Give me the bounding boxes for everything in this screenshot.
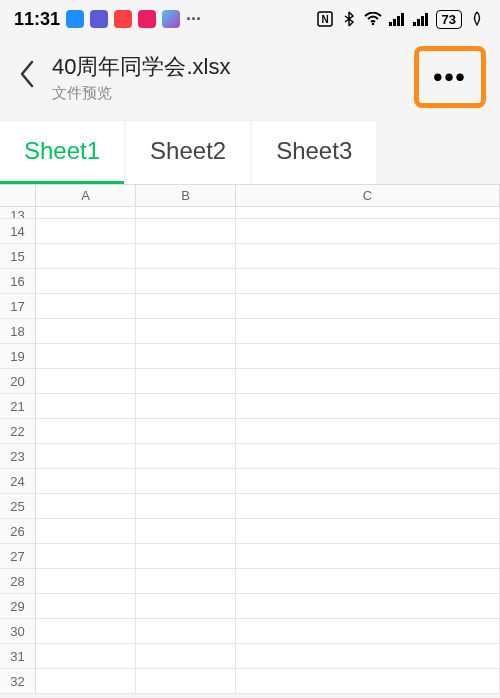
corner-cell[interactable] <box>0 185 36 206</box>
row-header[interactable]: 31 <box>0 644 36 668</box>
cell[interactable] <box>236 594 500 618</box>
spreadsheet[interactable]: A B C 1314151617181920212223242526272829… <box>0 185 500 694</box>
cell[interactable] <box>36 319 136 343</box>
signal-icon-1 <box>388 10 406 28</box>
status-left: 11:31 ··· <box>14 9 201 30</box>
cell[interactable] <box>236 444 500 468</box>
cell[interactable] <box>236 244 500 268</box>
cell[interactable] <box>36 669 136 693</box>
cell[interactable] <box>236 219 500 243</box>
cell[interactable] <box>36 369 136 393</box>
row-header[interactable]: 29 <box>0 594 36 618</box>
cell[interactable] <box>236 344 500 368</box>
row-header[interactable]: 21 <box>0 394 36 418</box>
cell[interactable] <box>36 469 136 493</box>
file-subtitle: 文件预览 <box>52 84 402 103</box>
svg-rect-8 <box>417 19 420 26</box>
cell[interactable] <box>236 619 500 643</box>
row-header[interactable]: 26 <box>0 519 36 543</box>
more-options-button[interactable]: ••• <box>414 46 486 108</box>
cell[interactable] <box>136 594 236 618</box>
row-header[interactable]: 28 <box>0 569 36 593</box>
cell[interactable] <box>36 207 136 218</box>
row-header[interactable]: 16 <box>0 269 36 293</box>
row-header[interactable]: 30 <box>0 619 36 643</box>
cell[interactable] <box>136 294 236 318</box>
cell[interactable] <box>136 219 236 243</box>
cell[interactable] <box>136 444 236 468</box>
cell[interactable] <box>36 444 136 468</box>
cell[interactable] <box>136 207 236 218</box>
cell[interactable] <box>236 419 500 443</box>
cell[interactable] <box>36 519 136 543</box>
cell[interactable] <box>36 644 136 668</box>
cell[interactable] <box>136 369 236 393</box>
row-header[interactable]: 18 <box>0 319 36 343</box>
cell[interactable] <box>36 269 136 293</box>
cell[interactable] <box>136 344 236 368</box>
cell[interactable] <box>136 419 236 443</box>
cell[interactable] <box>236 544 500 568</box>
row-header[interactable]: 17 <box>0 294 36 318</box>
table-row: 30 <box>0 619 500 644</box>
cell[interactable] <box>136 544 236 568</box>
cell[interactable] <box>236 269 500 293</box>
cell[interactable] <box>136 519 236 543</box>
column-header-c[interactable]: C <box>236 185 500 206</box>
table-row: 28 <box>0 569 500 594</box>
cell[interactable] <box>36 544 136 568</box>
cell[interactable] <box>136 644 236 668</box>
row-header[interactable]: 15 <box>0 244 36 268</box>
cell[interactable] <box>236 644 500 668</box>
cell[interactable] <box>136 569 236 593</box>
cell[interactable] <box>36 294 136 318</box>
cell[interactable] <box>36 244 136 268</box>
cell[interactable] <box>36 594 136 618</box>
back-button[interactable] <box>14 55 40 100</box>
cell[interactable] <box>136 619 236 643</box>
cell[interactable] <box>236 319 500 343</box>
cell[interactable] <box>36 219 136 243</box>
row-header[interactable]: 32 <box>0 669 36 693</box>
cell[interactable] <box>236 394 500 418</box>
row-header[interactable]: 23 <box>0 444 36 468</box>
cell[interactable] <box>36 494 136 518</box>
cell[interactable] <box>236 569 500 593</box>
title-block: 40周年同学会.xlsx 文件预览 <box>52 52 402 103</box>
cell[interactable] <box>36 394 136 418</box>
cell[interactable] <box>36 569 136 593</box>
cell[interactable] <box>236 669 500 693</box>
cell[interactable] <box>136 394 236 418</box>
column-header-b[interactable]: B <box>136 185 236 206</box>
cell[interactable] <box>236 369 500 393</box>
cell[interactable] <box>36 419 136 443</box>
cell[interactable] <box>136 319 236 343</box>
cell[interactable] <box>136 269 236 293</box>
cell[interactable] <box>36 619 136 643</box>
table-row: 19 <box>0 344 500 369</box>
cell[interactable] <box>136 494 236 518</box>
column-header-a[interactable]: A <box>36 185 136 206</box>
tab-sheet2[interactable]: Sheet2 <box>126 120 250 184</box>
cell[interactable] <box>136 469 236 493</box>
row-header[interactable]: 25 <box>0 494 36 518</box>
tab-sheet3[interactable]: Sheet3 <box>252 120 376 184</box>
row-header[interactable]: 13 <box>0 207 36 218</box>
cell[interactable] <box>236 469 500 493</box>
cell[interactable] <box>236 494 500 518</box>
status-more-dots: ··· <box>186 9 201 30</box>
row-header[interactable]: 22 <box>0 419 36 443</box>
tab-sheet1[interactable]: Sheet1 <box>0 120 124 184</box>
row-header[interactable]: 19 <box>0 344 36 368</box>
row-header[interactable]: 24 <box>0 469 36 493</box>
cell[interactable] <box>236 207 500 218</box>
row-header[interactable]: 20 <box>0 369 36 393</box>
cell[interactable] <box>136 669 236 693</box>
cell[interactable] <box>36 344 136 368</box>
svg-rect-9 <box>421 16 424 26</box>
cell[interactable] <box>236 519 500 543</box>
row-header[interactable]: 14 <box>0 219 36 243</box>
cell[interactable] <box>136 244 236 268</box>
cell[interactable] <box>236 294 500 318</box>
row-header[interactable]: 27 <box>0 544 36 568</box>
